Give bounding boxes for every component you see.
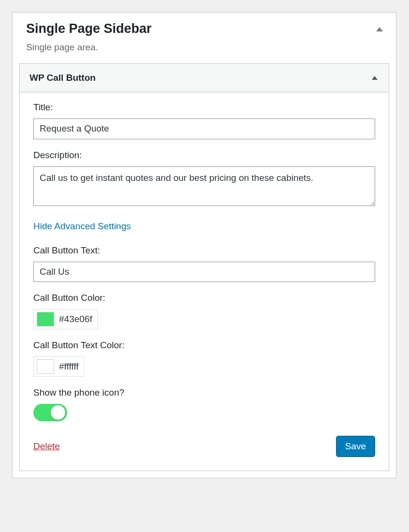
delete-link[interactable]: Delete	[33, 441, 60, 452]
title-input[interactable]	[33, 118, 375, 139]
widget-header[interactable]: WP Call Button	[20, 64, 389, 92]
widget-body: Title: Description: Call us to get insta…	[20, 92, 389, 471]
toggle-knob	[51, 405, 65, 420]
sidebar-header: Single Page Sidebar Single page area.	[13, 13, 396, 63]
button-text-color-label: Call Button Text Color:	[33, 340, 375, 351]
save-button[interactable]: Save	[336, 436, 375, 457]
button-color-picker[interactable]: #43e06f	[33, 309, 98, 329]
show-icon-label: Show the phone icon?	[33, 387, 375, 398]
button-text-input[interactable]	[33, 262, 375, 282]
button-color-label: Call Button Color:	[33, 293, 375, 303]
description-label: Description:	[33, 150, 375, 161]
button-text-color-picker[interactable]: #ffffff	[33, 356, 84, 377]
chevron-up-icon	[372, 76, 378, 80]
widget-actions: Delete Save	[33, 436, 375, 457]
title-field-group: Title:	[33, 102, 375, 139]
color-swatch-icon	[37, 359, 54, 374]
button-color-field-group: Call Button Color: #43e06f	[33, 293, 375, 329]
button-text-label: Call Button Text:	[33, 245, 375, 256]
sidebar-description: Single page area.	[26, 42, 382, 53]
sidebar-collapse-button[interactable]	[375, 24, 384, 34]
button-text-color-field-group: Call Button Text Color: #ffffff	[33, 340, 375, 377]
widget-collapse-button[interactable]	[370, 74, 379, 82]
title-label: Title:	[33, 102, 375, 113]
sidebar-title: Single Page Sidebar	[26, 21, 382, 36]
description-field-group: Description: Call us to get instant quot…	[33, 150, 375, 207]
advanced-settings-toggle[interactable]: Hide Advanced Settings	[33, 221, 131, 232]
color-swatch-icon	[37, 312, 54, 326]
sidebar-panel: Single Page Sidebar Single page area. WP…	[12, 12, 396, 478]
show-icon-toggle[interactable]	[33, 404, 67, 421]
chevron-up-icon	[376, 27, 383, 31]
button-color-value: #43e06f	[59, 314, 92, 325]
show-icon-field-group: Show the phone icon?	[33, 387, 375, 421]
widget-panel: WP Call Button Title: Description: Call …	[19, 63, 389, 471]
button-text-field-group: Call Button Text:	[33, 245, 375, 282]
button-text-color-value: #ffffff	[59, 361, 79, 372]
description-input[interactable]: Call us to get instant quotes and our be…	[33, 166, 375, 206]
widget-title: WP Call Button	[29, 73, 96, 83]
